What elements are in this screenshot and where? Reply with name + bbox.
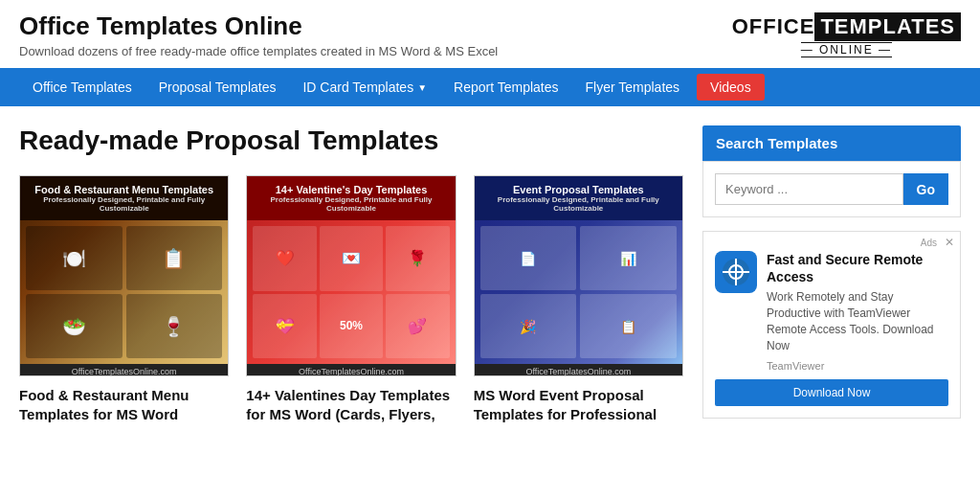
card-valentine-image[interactable]: 14+ Valentine's Day Templates Profession… (246, 175, 456, 376)
search-box-header: Search Templates (702, 125, 961, 161)
mini-val-4: 💝 (253, 294, 316, 359)
card-valentine-caption: 14+ Valentines Day Templates for MS Word… (246, 386, 456, 423)
nav-proposal-templates[interactable]: Proposal Templates (145, 68, 290, 106)
cards-grid: Food & Restaurant Menu Templates Profess… (19, 175, 683, 423)
mini-event-4: 📋 (580, 294, 677, 358)
card-food-title-bar: Food & Restaurant Menu Templates Profess… (20, 176, 228, 220)
search-button[interactable]: Go (903, 173, 948, 205)
site-tagline: Download dozens of free ready-made offic… (19, 44, 498, 58)
header-left: Office Templates Online Download dozens … (19, 11, 498, 58)
mini-card-2: 📋 (126, 226, 223, 290)
nav-id-card-templates[interactable]: ID Card Templates ▼ (289, 68, 440, 106)
mini-card-3: 🥗 (26, 294, 122, 358)
teamviewer-svg-icon (722, 258, 750, 286)
mini-val-3: 🌹 (386, 226, 449, 291)
close-icon[interactable]: ✕ (945, 236, 954, 249)
page-heading: Ready-made Proposal Templates (19, 125, 683, 156)
mini-card-1: 🍽️ (26, 226, 122, 290)
ad-button[interactable]: Download Now (715, 379, 948, 406)
card-event-image[interactable]: Event Proposal Templates Professionally … (474, 175, 683, 376)
mini-val-5: 50% (320, 294, 383, 359)
card-event-caption: MS Word Event Proposal Templates for Pro… (474, 386, 683, 423)
nav-videos[interactable]: Videos (697, 74, 765, 101)
mini-val-6: 💕 (386, 294, 449, 359)
ad-description: Work Remotely and Stay Productive with T… (767, 289, 948, 353)
logo-templates: TEMPLATES (814, 12, 961, 41)
card-event-footer: OfficeTemplatesOnline.com (475, 364, 682, 376)
ad-text: Fast and Secure Remote Access Work Remot… (767, 251, 948, 372)
search-area: Go (702, 161, 961, 217)
dropdown-arrow-icon: ▼ (417, 82, 427, 93)
card-food-image[interactable]: Food & Restaurant Menu Templates Profess… (19, 175, 229, 376)
card-valentine-title-bar: 14+ Valentine's Day Templates Profession… (247, 176, 455, 220)
header: Office Templates Online Download dozens … (0, 0, 980, 68)
mini-event-2: 📊 (580, 226, 677, 290)
mini-event-3: 🎉 (480, 294, 577, 358)
main-area: Ready-made Proposal Templates Food & Res… (0, 106, 980, 442)
nav-report-templates[interactable]: Report Templates (440, 68, 571, 106)
card-food-caption: Food & Restaurant Menu Templates for MS … (19, 386, 229, 423)
card-event-title-bar: Event Proposal Templates Professionally … (475, 176, 682, 220)
card-event-grid: 📄 📊 🎉 📋 (475, 220, 682, 364)
search-box-title: Search Templates (716, 135, 837, 151)
ad-source: TeamViewer (767, 360, 948, 372)
search-input[interactable] (715, 173, 903, 205)
search-row: Go (715, 173, 948, 205)
mini-val-1: ❤️ (253, 226, 316, 291)
nav-flyer-templates[interactable]: Flyer Templates (572, 68, 694, 106)
card-food: Food & Restaurant Menu Templates Profess… (19, 175, 229, 423)
card-valentine: 14+ Valentine's Day Templates Profession… (246, 175, 456, 423)
sidebar: Search Templates Go Ads ✕ (702, 125, 961, 423)
mini-val-2: 💌 (320, 226, 383, 291)
nav-office-templates[interactable]: Office Templates (19, 68, 145, 106)
ad-title: Fast and Secure Remote Access (767, 251, 948, 285)
ad-box: Ads ✕ Fast and Secure Remote Access Work… (702, 231, 961, 419)
site-title: Office Templates Online (19, 11, 498, 41)
card-food-grid: 🍽️ 📋 🥗 🍷 (20, 220, 228, 364)
mini-card-4: 🍷 (126, 294, 223, 358)
mini-event-1: 📄 (480, 226, 577, 290)
logo: OFFICE TEMPLATES — ONLINE — (732, 12, 961, 57)
teamviewer-icon (715, 251, 757, 293)
card-food-footer: OfficeTemplatesOnline.com (20, 364, 228, 376)
card-valentine-grid: ❤️ 💌 🌹 💝 50% 💕 (247, 220, 455, 364)
ad-content: Fast and Secure Remote Access Work Remot… (715, 251, 948, 372)
navbar: Office Templates Proposal Templates ID C… (0, 68, 980, 106)
logo-online: — ONLINE — (801, 42, 892, 57)
card-event: Event Proposal Templates Professionally … (474, 175, 683, 423)
logo-office: OFFICE (732, 14, 815, 39)
ad-label: Ads (921, 238, 937, 248)
card-valentine-footer: OfficeTemplatesOnline.com (247, 364, 455, 376)
content: Ready-made Proposal Templates Food & Res… (19, 125, 683, 423)
